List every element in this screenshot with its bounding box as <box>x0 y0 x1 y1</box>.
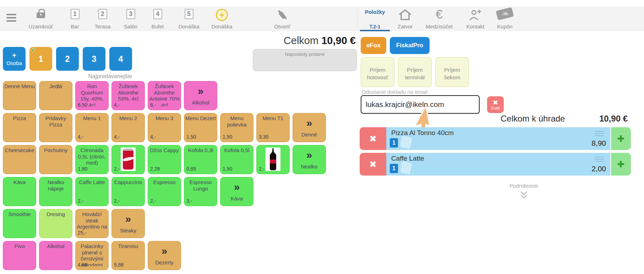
pay-cheque-button[interactable]: Príjem šekom <box>435 57 469 87</box>
category-more-tile-dezerty[interactable]: »Dezerty <box>148 241 181 270</box>
product-tile-menu-dezert[interactable]: Menu Dezert1,50 <box>184 113 217 142</box>
product-tile-citron-da-0-5l-citr-n-med[interactable]: Citronáda 0,5L (citrón, med)1,80 <box>75 145 109 174</box>
product-tile-nealko-n-poje[interactable]: Nealko nápoje <box>39 177 72 206</box>
tab-2-icon: 2 <box>98 9 107 19</box>
product-label: Espresso Lungo <box>184 177 217 192</box>
remove-item-button[interactable]: ✖ <box>360 153 386 176</box>
product-tile-caffe-latte[interactable]: Caffe Latte2,- <box>75 177 109 206</box>
product-price: 4,- <box>114 134 120 140</box>
pay-terminal-button[interactable]: Príjem terminál <box>398 57 432 87</box>
bestsellers-heading: Najpredávanejšie <box>3 73 217 80</box>
check-icon: ✓ <box>30 45 37 54</box>
increase-quantity-button[interactable]: ✚ <box>611 127 631 150</box>
product-tile-denn-menu[interactable]: Denné Menu <box>3 81 36 110</box>
order-total-heading: Celkom 10,90 € <box>227 35 356 47</box>
product-tile-cheesecake[interactable]: Cheesecake <box>3 145 36 174</box>
open-button[interactable]: Otvoriť <box>269 9 296 29</box>
recently-added-label: Naposledy pridané <box>285 52 325 57</box>
receipt-email-input[interactable] <box>361 95 480 114</box>
tab-items-active[interactable]: Položky T.2-1 <box>361 9 389 29</box>
product-tile-kofola-0-5l[interactable]: Kofola 0,5l1,50 <box>220 145 253 174</box>
product-tile-uf-nek-absinthe-antoine-70-4cl[interactable]: Žufánek Absinthe Antoine 70% 4cl6,- <box>148 81 181 110</box>
person-3-label: 3 <box>92 54 96 64</box>
total-due-row: Celkom k úhrade 10,90 € <box>501 114 628 124</box>
product-tile-tiramisu[interactable]: Tiramisu5,88 <box>111 241 145 270</box>
product-tile-ron-quorhum-15y-40-4cl[interactable]: Ron Quorhum 15y, 40%, 4cl6,50 <box>75 81 109 110</box>
product-price: 1,50 <box>186 134 196 140</box>
person-1-label: 1 <box>38 54 43 64</box>
category-more-tile-nealko[interactable]: »Nealko <box>293 145 326 174</box>
tab-salon[interactable]: 3 Salón <box>117 9 144 29</box>
product-tile-dresing[interactable]: Dresing <box>39 209 72 238</box>
product-label: Cheesecake <box>3 145 36 154</box>
person-button-2[interactable]: 2 <box>56 47 79 71</box>
tab-terasa[interactable]: 2 Terasa <box>89 9 116 29</box>
product-tile-coca-cola-can[interactable]: 2,- <box>111 145 145 174</box>
person-button-4[interactable]: 4 <box>109 47 132 71</box>
product-tile-menu-polievka[interactable]: Menu polievka1,50 <box>220 113 253 142</box>
product-tile-pivo[interactable]: Pivo <box>3 241 36 270</box>
product-label: Kofola 0,3l <box>184 145 217 154</box>
product-tile-k-va[interactable]: Káva <box>3 177 36 206</box>
product-tile-cappuccino[interactable]: Cappuccino2,- <box>111 177 145 206</box>
product-tile-pr-davky-pizza[interactable]: Prídavky Pizza <box>39 113 72 142</box>
coupon-button[interactable]: -% Kupón <box>491 9 518 29</box>
contact-button[interactable]: Kontakt <box>462 9 489 29</box>
category-more-tile-k-va[interactable]: »Káva <box>220 177 253 206</box>
product-tile-espresso[interactable]: Espresso2,- <box>148 177 181 206</box>
hamburger-menu-icon[interactable] <box>6 14 16 22</box>
product-label: Denné Menu <box>3 81 36 90</box>
product-tile-d-s-cappy[interactable]: Džús Cappy2,28 <box>148 145 181 174</box>
product-tile-pizza[interactable]: Pizza <box>3 113 36 142</box>
cancel-email-button[interactable]: ✖ Zrušiť <box>487 96 504 113</box>
product-price: 4,- <box>78 134 83 140</box>
drag-handle[interactable] <box>595 157 604 163</box>
subtotal-button[interactable]: € Medzisúčet <box>419 9 459 29</box>
lock-button[interactable]: Uzamknúť <box>27 9 55 29</box>
product-label: Caffe Latte <box>76 177 108 186</box>
person-button-1[interactable]: ✓ 1 <box>29 47 52 71</box>
tab-donaska[interactable]: 5 Donáška <box>175 9 202 29</box>
product-tile-pochutiny[interactable]: Pochutiny <box>39 145 72 174</box>
product-price: 6,- <box>150 102 156 108</box>
product-tile-hov-dz-steak-argentino-na[interactable]: Hovädzí steak Argentino na25,- <box>75 209 109 238</box>
new-delivery-button[interactable]: + Donáška <box>208 9 235 29</box>
product-tile-menu-3[interactable]: Menu 34,- <box>148 113 181 142</box>
efox-printer-button[interactable]: eFox <box>361 37 386 54</box>
tab-bufet[interactable]: 4 Bufet <box>144 9 171 29</box>
fiskalpro-printer-button[interactable]: FiskalPro <box>390 37 430 54</box>
product-tile-kofola-0-3l[interactable]: Kofola 0,3l0,85 <box>184 145 217 174</box>
person-4-label: 4 <box>118 54 123 64</box>
product-tile-menu-t1[interactable]: Menu T13,30 <box>256 113 290 142</box>
product-price: 3,- <box>186 198 192 204</box>
increase-quantity-button[interactable]: ✚ <box>611 153 631 176</box>
product-tile-kofola-bottle[interactable]: 2,- <box>256 145 290 174</box>
category-more-tile-steaky[interactable]: »Steaky <box>111 209 145 238</box>
person-2-label: 2 <box>65 54 70 64</box>
product-tile-smoothie[interactable]: Smoothie <box>3 209 36 238</box>
order-item-body[interactable]: Pizza Al Tonno 40cm18,90 <box>386 127 610 150</box>
order-item-body[interactable]: Caffe Latte12,00 <box>386 153 610 176</box>
product-tile-uf-nek-absinthe-53-4cl[interactable]: Žufánek Absinthe 53%, 4cl4,- <box>111 81 145 110</box>
add-person-button[interactable]: + Osoba <box>3 47 26 71</box>
category-label: Nealko <box>293 163 326 170</box>
product-tile-menu-1[interactable]: Menu 14,- <box>75 113 109 142</box>
product-tile-palacinky-plnen-s-erstv-mi-jahodami[interactable]: Palacinky plnené s čerstvými jahodami4,6… <box>75 241 109 270</box>
pay-cash-button[interactable]: Príjem hotovosť <box>361 57 394 87</box>
product-tile-jedl[interactable]: Jedlá <box>39 81 72 110</box>
close-table-button[interactable]: Zatvor <box>392 9 419 29</box>
product-tile-menu-2[interactable]: Menu 24,- <box>111 113 145 142</box>
product-tile-alkohol[interactable]: Alkohol <box>39 241 72 270</box>
details-toggle[interactable]: Podrobnosti <box>472 183 575 195</box>
note-paper-icon <box>401 136 412 149</box>
remove-item-button[interactable]: ✖ <box>360 127 386 150</box>
tab-bar[interactable]: 1 Bar <box>61 9 88 29</box>
product-label: Menu polievka <box>220 113 253 128</box>
category-more-tile-alkohol[interactable]: »Alkohol <box>184 81 217 110</box>
product-tile-espresso-lungo[interactable]: Espresso Lungo3,- <box>184 177 217 206</box>
category-more-tile-denn[interactable]: »Denné <box>293 113 326 142</box>
person-button-3[interactable]: 3 <box>83 47 105 71</box>
lock-label: Uzamknúť <box>29 23 53 29</box>
product-label: Kofola 0,5l <box>220 145 253 154</box>
drag-handle[interactable] <box>595 131 604 138</box>
